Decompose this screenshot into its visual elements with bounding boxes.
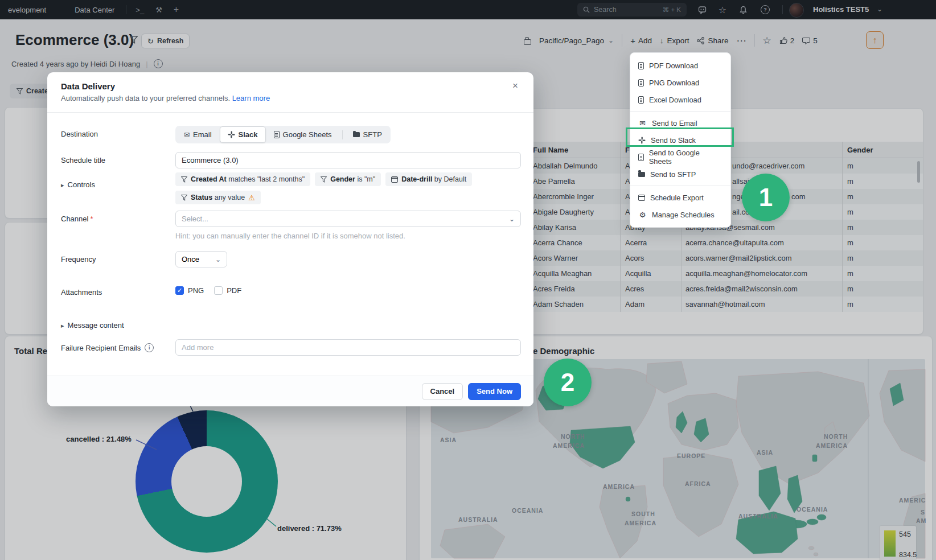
gear-icon: ⚙ — [638, 211, 647, 219]
attachments-label: Attachments — [61, 288, 102, 297]
frequency-label: Frequency — [61, 255, 96, 263]
menu-item-pdf-download[interactable]: PDF Download — [630, 57, 730, 74]
menu-item-schedule-export[interactable]: Schedule Export — [630, 189, 730, 206]
funnel-icon — [321, 176, 327, 183]
funnel-icon — [181, 176, 187, 183]
control-chip-status[interactable]: Status any value⚠ — [175, 191, 261, 204]
menu-item-png-download[interactable]: PNG Download — [630, 74, 730, 91]
slack-highlight-box — [626, 127, 734, 147]
attachment-png[interactable]: ✓PNG — [175, 286, 204, 295]
tab-divider — [342, 130, 343, 139]
menu-item-manage-schedules[interactable]: ⚙Manage Schedules — [630, 206, 730, 223]
step-badge-1: 1 — [742, 174, 790, 221]
checkbox-icon[interactable]: ✓ — [175, 286, 184, 295]
tab-sftp[interactable]: SFTP — [346, 127, 389, 142]
menu-divider — [630, 111, 730, 112]
menu-item-excel-download[interactable]: Excel Download — [630, 91, 730, 108]
close-icon[interactable]: × — [512, 80, 518, 92]
slack-icon — [228, 131, 235, 138]
tab-slack[interactable]: Slack — [220, 126, 266, 143]
frequency-select[interactable]: Once ⌄ — [175, 251, 227, 267]
step-badge-2: 2 — [544, 359, 592, 406]
learn-more-link[interactable]: Learn more — [232, 94, 270, 102]
menu-item-send-to-google-sheets[interactable]: Send to Google Sheets — [630, 149, 730, 166]
modal-footer: Cancel Send Now — [47, 376, 533, 406]
channel-label: Channel* — [61, 215, 93, 223]
tab-google-sheets[interactable]: Google Sheets — [266, 127, 339, 142]
menu-item-send-to-sftp[interactable]: Send to SFTP — [630, 166, 730, 183]
pdf-file-icon — [638, 62, 644, 69]
calendar-icon — [638, 195, 645, 201]
png-file-icon — [638, 79, 644, 87]
required-asterisk: * — [90, 215, 93, 223]
folder-icon — [638, 172, 645, 177]
modal-title: Data Delivery — [61, 81, 115, 91]
control-chip-created-at[interactable]: Created At matches "last 2 months" — [175, 172, 310, 186]
attachment-pdf[interactable]: PDF — [214, 286, 241, 295]
chevron-down-icon: ⌄ — [509, 215, 515, 223]
controls-chips: Created At matches "last 2 months"Gender… — [175, 172, 486, 204]
failure-emails-label: Failure Recipient Emails i — [61, 343, 154, 352]
cancel-button[interactable]: Cancel — [422, 383, 463, 400]
folder-icon — [353, 132, 360, 137]
schedule-title-label: Schedule title — [61, 156, 105, 164]
control-chip-gender[interactable]: Gender is "m" — [315, 172, 381, 186]
channel-hint: Hint: you can manually enter the channel… — [175, 232, 405, 240]
warning-icon: ⚠ — [248, 193, 255, 202]
app-root: evelopment Data Center >_ ⚒ + Search ⌘ +… — [0, 0, 936, 560]
failure-emails-input[interactable] — [175, 339, 521, 356]
destination-label: Destination — [61, 130, 98, 138]
excel-file-icon — [638, 96, 644, 104]
email-icon: ✉ — [184, 131, 190, 139]
destination-tabs: ✉EmailSlackGoogle SheetsSFTP — [175, 126, 391, 143]
chevron-down-icon: ⌄ — [215, 256, 221, 263]
message-content-toggle[interactable]: ▸Message content — [61, 321, 124, 330]
attachments-options: ✓PNGPDF — [175, 286, 252, 295]
menu-divider — [630, 186, 730, 186]
controls-toggle[interactable]: ▸Controls — [61, 180, 95, 189]
sheets-icon — [274, 131, 280, 138]
caret-right-icon: ▸ — [61, 322, 64, 329]
control-chip-date-drill[interactable]: Date-drill by Default — [385, 172, 472, 186]
caret-right-icon: ▸ — [61, 182, 64, 188]
sheets-icon — [638, 154, 644, 161]
email-icon: ✉ — [638, 119, 647, 127]
checkbox-icon[interactable] — [214, 286, 223, 295]
info-icon[interactable]: i — [145, 343, 154, 352]
schedule-title-input[interactable] — [175, 152, 521, 168]
funnel-icon — [181, 195, 187, 201]
calendar-icon — [391, 176, 398, 183]
data-delivery-modal: Data Delivery Automatically push data to… — [47, 72, 533, 406]
modal-subtitle: Automatically push data to your preferre… — [61, 94, 270, 102]
send-now-button[interactable]: Send Now — [468, 383, 521, 400]
tab-email[interactable]: ✉Email — [176, 127, 219, 142]
channel-select[interactable]: Select... ⌄ — [175, 211, 521, 227]
